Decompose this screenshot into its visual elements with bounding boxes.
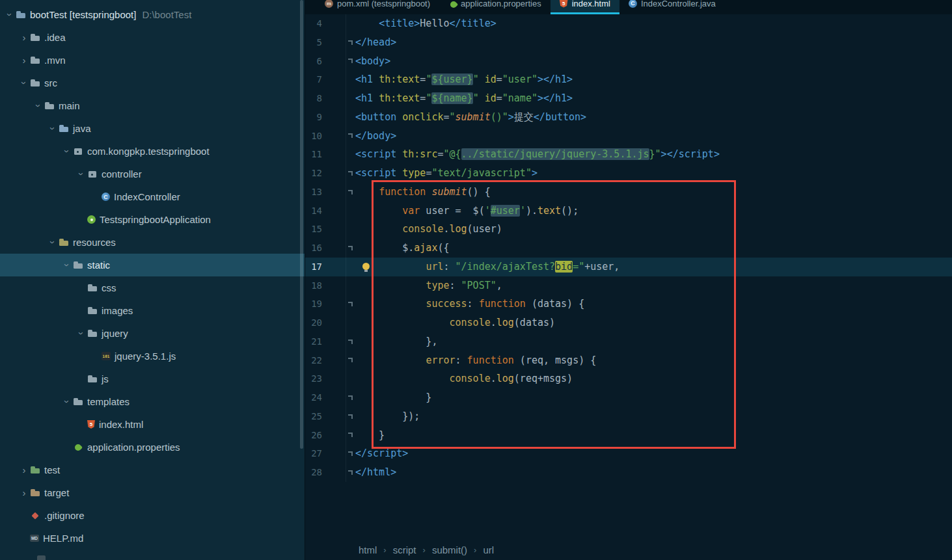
- fold-marker-icon[interactable]: [348, 470, 353, 475]
- code-line-7[interactable]: 7<h1 th:text="${user}" id="user"></h1>: [305, 70, 952, 89]
- tree-item-java[interactable]: java: [0, 117, 305, 140]
- fold-marker-icon[interactable]: [348, 451, 353, 456]
- code-line-6[interactable]: 6<body>: [305, 52, 952, 71]
- fold-marker-icon[interactable]: [348, 358, 353, 362]
- fold-marker-icon[interactable]: [348, 302, 353, 306]
- tree-item-testspringbootapplication[interactable]: TestspringbootApplication: [0, 208, 305, 231]
- fold-marker-icon[interactable]: [348, 40, 353, 45]
- line-number[interactable]: 24: [305, 388, 322, 407]
- code-line-14[interactable]: 14 var user = $('#user').text();: [305, 202, 952, 220]
- breadcrumb-item-url[interactable]: url: [483, 544, 494, 555]
- chevron-down-icon[interactable]: [20, 77, 29, 89]
- code-line-17[interactable]: 17 url: "/index/ajaxTest?bid="+user,: [305, 258, 952, 276]
- tree-item-application-properties[interactable]: application.properties: [0, 436, 305, 459]
- chevron-down-icon[interactable]: [77, 328, 87, 340]
- code-line-20[interactable]: 20 console.log(datas): [305, 313, 952, 332]
- line-number[interactable]: 13: [305, 183, 322, 202]
- line-number[interactable]: 25: [305, 407, 322, 426]
- code-line-12[interactable]: 12<script type="text/javascript">: [305, 164, 952, 183]
- breadcrumb-item-script[interactable]: script: [393, 544, 416, 555]
- line-number[interactable]: 20: [305, 313, 322, 332]
- tree-item-js[interactable]: js: [0, 367, 305, 390]
- chevron-down-icon[interactable]: [77, 168, 87, 180]
- line-number[interactable]: 8: [305, 89, 322, 108]
- code-line-26[interactable]: 26 }: [305, 426, 952, 445]
- line-number[interactable]: 28: [305, 463, 322, 482]
- tree-item--idea[interactable]: .idea: [0, 26, 305, 49]
- chevron-down-icon[interactable]: [48, 123, 58, 135]
- chevron-down-icon[interactable]: [34, 100, 44, 112]
- tree-item-test[interactable]: test: [0, 459, 305, 481]
- fold-marker-icon[interactable]: [348, 133, 353, 138]
- code-line-19[interactable]: 19 success: function (datas) {: [305, 295, 952, 313]
- code-line-13[interactable]: 13 function submit() {: [305, 183, 952, 202]
- fold-marker-icon[interactable]: [348, 340, 353, 344]
- tree-item-static[interactable]: static: [0, 254, 305, 276]
- line-number[interactable]: 14: [305, 202, 322, 220]
- code-line-27[interactable]: 27</script>: [305, 444, 952, 463]
- line-number[interactable]: 18: [305, 276, 322, 295]
- tree-item--mvn[interactable]: .mvn: [0, 49, 305, 72]
- fold-marker-icon[interactable]: [348, 414, 353, 419]
- line-number[interactable]: 17: [305, 258, 322, 276]
- project-root-item[interactable]: bootTest [testspringboot] D:\bootTest: [0, 3, 305, 26]
- line-number[interactable]: 22: [305, 351, 322, 370]
- code-line-15[interactable]: 15 console.log(user): [305, 220, 952, 239]
- fold-marker-icon[interactable]: [348, 171, 353, 176]
- tree-item-jquery-3-5-1-js[interactable]: 101jquery-3.5.1.js: [0, 345, 305, 367]
- chevron-down-icon[interactable]: [5, 9, 15, 21]
- chevron-down-icon[interactable]: [62, 396, 72, 408]
- tree-item-target[interactable]: target: [0, 481, 305, 504]
- line-number[interactable]: 11: [305, 145, 322, 164]
- tree-item-com-kongpkp-testspringboot[interactable]: com.kongpkp.testspringboot: [0, 140, 305, 163]
- code-line-23[interactable]: 23 console.log(req+msgs): [305, 369, 952, 388]
- tree-item-help-md[interactable]: MDHELP.md: [0, 527, 305, 550]
- intention-bulb-icon[interactable]: [362, 263, 370, 270]
- chevron-right-icon[interactable]: [18, 488, 30, 498]
- code-line-10[interactable]: 10</body>: [305, 127, 952, 146]
- line-number[interactable]: 6: [305, 52, 322, 71]
- chevron-right-icon[interactable]: [18, 55, 30, 65]
- code-line-21[interactable]: 21 },: [305, 332, 952, 351]
- line-number[interactable]: 26: [305, 426, 322, 445]
- tree-item-src[interactable]: src: [0, 72, 305, 94]
- tree-item-css[interactable]: css: [0, 276, 305, 299]
- line-number[interactable]: 19: [305, 295, 322, 313]
- line-number[interactable]: 15: [305, 220, 322, 239]
- chevron-right-icon[interactable]: [18, 465, 30, 475]
- line-number[interactable]: 9: [305, 108, 322, 127]
- fold-marker-icon[interactable]: [348, 246, 353, 250]
- tree-item-index-html[interactable]: 5index.html: [0, 413, 305, 436]
- code-line-28[interactable]: 28</html>: [305, 463, 952, 482]
- line-number[interactable]: 23: [305, 369, 322, 388]
- line-number[interactable]: 12: [305, 164, 322, 183]
- code-line-9[interactable]: 9<button onclick="submit()">提交</button>: [305, 108, 952, 127]
- line-number[interactable]: 16: [305, 239, 322, 258]
- code-line-8[interactable]: 8<h1 th:text="${name}" id="name"></h1>: [305, 89, 952, 108]
- tree-item-controller[interactable]: controller: [0, 163, 305, 185]
- code-line-11[interactable]: 11<script th:src="@{../static/jquery/jqu…: [305, 145, 952, 164]
- line-number[interactable]: 27: [305, 444, 322, 463]
- tree-item--gitignore[interactable]: .gitignore: [0, 504, 305, 527]
- chevron-down-icon[interactable]: [62, 260, 72, 271]
- breadcrumb-item-submit-[interactable]: submit(): [432, 544, 467, 555]
- tree-item-templates[interactable]: templates: [0, 390, 305, 413]
- tab-application-properties[interactable]: application.properties: [439, 0, 551, 14]
- code-line-18[interactable]: 18 type: "POST",: [305, 276, 952, 295]
- sidebar-scrollbar[interactable]: [300, 0, 303, 449]
- line-number[interactable]: 21: [305, 332, 322, 351]
- code-line-24[interactable]: 24 }: [305, 388, 952, 407]
- fold-marker-icon[interactable]: [348, 433, 353, 437]
- fold-marker-icon[interactable]: [348, 190, 353, 194]
- tab-pom-xml-testspringboot-[interactable]: mpom.xml (testspringboot): [316, 0, 439, 14]
- code-line-4[interactable]: 4 <title>Hello</title>: [305, 14, 952, 33]
- line-number[interactable]: 10: [305, 127, 322, 146]
- tree-item-images[interactable]: images: [0, 299, 305, 322]
- tree-item-main[interactable]: main: [0, 94, 305, 117]
- line-number[interactable]: 5: [305, 33, 322, 52]
- code-line-16[interactable]: 16 $.ajax({: [305, 239, 952, 258]
- chevron-down-icon[interactable]: [48, 237, 58, 248]
- chevron-down-icon[interactable]: [62, 146, 72, 157]
- chevron-right-icon[interactable]: [18, 33, 30, 42]
- tree-item-jquery[interactable]: jquery: [0, 322, 305, 345]
